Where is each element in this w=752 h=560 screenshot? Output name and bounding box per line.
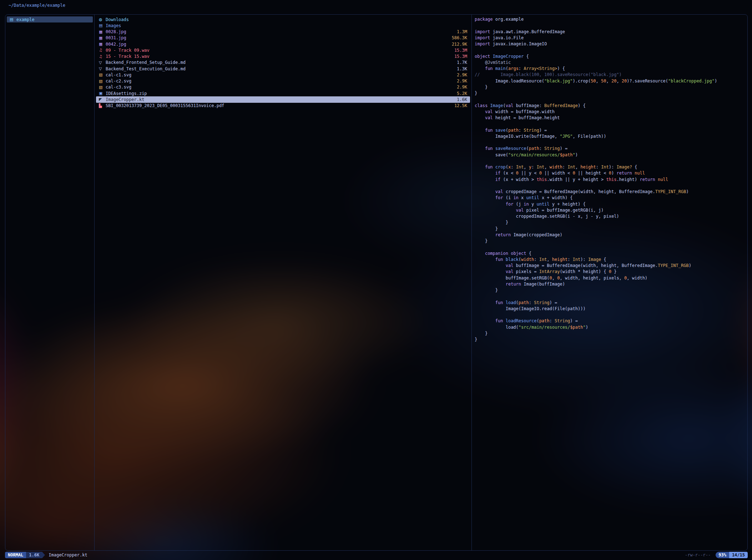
archive-icon: ▣ (99, 91, 105, 96)
code-line: for (j in y until y + height) { (475, 201, 747, 207)
code-line (475, 293, 747, 299)
code-line: @JvmStatic (475, 60, 747, 66)
file-row[interactable]: ▽Backend_Frontend_Setup_Guide.md1.7K (96, 60, 470, 66)
file-name: Backend_Frontend_Setup_Guide.md (106, 60, 186, 65)
code-line: } (475, 220, 747, 226)
current-directory-pane[interactable]: ◍Downloads▤Images▦0028.jpg1.3M▦0031.jpg5… (95, 15, 472, 550)
code-line: fun crop(x: Int, y: Int, width: Int, hei… (475, 164, 747, 170)
audio-icon: ♫ (99, 54, 105, 59)
code-line: import java.awt.image.BufferedImage (475, 29, 747, 35)
current-path-title: ~/Data/example/example (9, 3, 65, 8)
code-line: } (475, 331, 747, 337)
file-row[interactable]: ▧cal-c2.svg2.9K (96, 78, 470, 84)
code-line (475, 47, 747, 53)
file-row[interactable]: ▤Images (96, 22, 470, 29)
parent-directory-pane[interactable]: ▤example (5, 15, 95, 550)
file-row[interactable]: ▽Backend_Test_Execution_Guide.md1.3K (96, 66, 470, 72)
code-line: } (475, 84, 747, 90)
image-icon: ▦ (99, 36, 105, 40)
code-line: val height = buffImage.height (475, 115, 747, 121)
file-name: 15 - Track 15.wav (106, 54, 150, 59)
code-line (475, 244, 747, 250)
file-name: ImageCropper.kt (106, 97, 144, 102)
yazi-file-manager: ▤example ◍Downloads▤Images▦0028.jpg1.3M▦… (5, 14, 748, 551)
file-size: 2.9K (453, 72, 467, 77)
cursor-position-badge: 14/15 (729, 552, 748, 558)
file-size: 2.9K (453, 85, 467, 90)
file-list: ◍Downloads▤Images▦0028.jpg1.3M▦0031.jpg5… (95, 15, 471, 109)
code-line: val croppedImage = BufferedImage(width, … (475, 189, 747, 195)
file-row[interactable]: ▣IDEAsettings.zip5.2K (96, 90, 470, 96)
status-bar-left: NORMAL 1.6K ImageCropper.kt (5, 551, 87, 559)
file-preview-pane[interactable]: package org.example import java.awt.imag… (472, 15, 747, 550)
code-line: buffImage.setRGB(0, 0, width, height, pi… (475, 275, 747, 281)
parent-directory-item[interactable]: ▤example (7, 16, 93, 22)
file-name: cal-c1.svg (106, 72, 131, 77)
file-name: cal-c3.svg (106, 85, 131, 90)
vector-icon: ▧ (99, 85, 105, 90)
code-line: val width = buffImage.width (475, 109, 747, 115)
file-size: 5.2K (453, 91, 467, 96)
file-row[interactable]: ▧cal-c1.svg2.9K (96, 72, 470, 78)
code-line: } (475, 287, 747, 293)
status-bar: NORMAL 1.6K ImageCropper.kt -rw-r--r-- 9… (5, 551, 748, 559)
mode-indicator: NORMAL (5, 552, 26, 558)
directory-name: example (16, 17, 35, 22)
file-row[interactable]: ▦0031.jpg586.3K (96, 35, 470, 41)
code-line: object ImageCropper { (475, 54, 747, 60)
code-line: } (475, 90, 747, 96)
markdown-icon: ▽ (99, 60, 105, 65)
code-line (475, 183, 747, 189)
file-size: 1.3K (453, 66, 467, 71)
file-size: 586.3K (448, 35, 467, 40)
file-size: 1.6K (453, 97, 467, 102)
code-line: save("src/main/resources/$path") (475, 152, 747, 158)
code-line: fun loadResource(path: String) = (475, 318, 747, 324)
code-line: import javax.imageio.ImageIO (475, 41, 747, 47)
code-line: fun save(path: String) = (475, 127, 747, 133)
file-size: 1.7K (453, 60, 467, 65)
code-line: if (x + width > this.width || y + height… (475, 177, 747, 183)
code-line: fun black(width: Int, height: Int): Imag… (475, 257, 747, 263)
file-row[interactable]: ◍Downloads (96, 16, 470, 22)
file-name: 0031.jpg (106, 35, 126, 40)
parent-directory-list: ▤example (5, 15, 94, 22)
code-line: package org.example (475, 16, 747, 22)
file-row[interactable]: ▦0042.jpg212.9K (96, 41, 470, 47)
code-line: if (x < 0 || y < 0 || width < 0 || heigh… (475, 170, 747, 176)
file-size: 15.3M (450, 54, 467, 59)
file-name: cal-c2.svg (106, 79, 131, 84)
folder-icon: ▤ (99, 23, 105, 28)
folder-icon: ▤ (10, 17, 16, 22)
file-name: Downloads (106, 17, 129, 22)
markdown-icon: ▽ (99, 66, 105, 71)
pdf-icon: ▙ (99, 104, 105, 108)
file-row[interactable]: ♫09 - Track 09.wav15.3M (96, 47, 470, 53)
audio-icon: ♫ (99, 48, 105, 52)
file-name: 0042.jpg (106, 42, 126, 47)
code-line (475, 158, 747, 164)
file-row[interactable]: ▧cal-c3.svg2.9K (96, 84, 470, 90)
code-line: for (i in x until x + width) { (475, 195, 747, 201)
code-line: return Image(buffImage) (475, 281, 747, 287)
code-line: Image(ImageIO.read(File(path))) (475, 306, 747, 312)
file-size-badge: 1.6K (26, 552, 42, 558)
file-name: 0028.jpg (106, 29, 126, 34)
file-name: 09 - Track 09.wav (106, 48, 150, 53)
file-row[interactable]: ▙SBI_0032013739_2023_DE05_0003155631Invo… (96, 103, 470, 109)
code-line: val pixels = IntArray(width * height) { … (475, 269, 747, 275)
file-size: 12.5K (450, 103, 467, 108)
file-row[interactable]: ▦0028.jpg1.3M (96, 29, 470, 35)
file-size: 212.9K (448, 42, 467, 47)
code-line: // Image.black(100, 100).saveResource("b… (475, 72, 747, 78)
code-line: Image.loadResource("black.jpg").crop(50,… (475, 78, 747, 84)
file-row[interactable]: ♫15 - Track 15.wav15.3M (96, 54, 470, 60)
file-size: 15.3M (450, 48, 467, 53)
image-icon: ▦ (99, 42, 105, 46)
file-name: Images (106, 23, 121, 28)
code-line (475, 22, 747, 29)
code-line: ImageIO.write(buffImage, "JPG", File(pat… (475, 133, 747, 140)
file-row[interactable]: ◤ImageCropper.kt1.6K (96, 96, 470, 102)
code-line (475, 96, 747, 102)
code-line (475, 140, 747, 146)
